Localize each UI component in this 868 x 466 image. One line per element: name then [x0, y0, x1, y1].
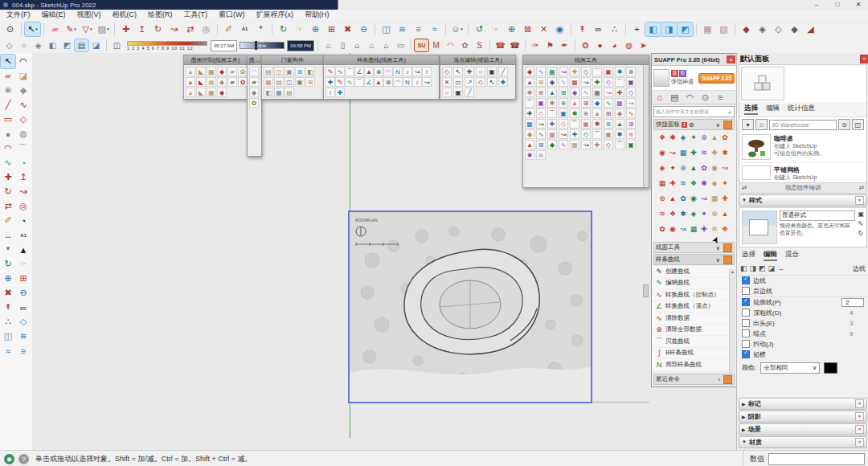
pie-icon[interactable]: ◔: [16, 156, 31, 170]
sandbox-from-contours-icon[interactable]: ◆: [739, 22, 754, 36]
view-options-icon[interactable]: ▾: [742, 119, 754, 130]
command-item-4[interactable]: ∿清除数据: [652, 313, 730, 325]
list-tab-icon[interactable]: ≡: [713, 91, 728, 104]
panel-pop-icon[interactable]: [723, 243, 732, 252]
plane-icon[interactable]: ◆: [16, 84, 31, 97]
line-face-tool-icon-3[interactable]: ↝: [559, 67, 568, 76]
follow-me-icon[interactable]: ↝: [16, 185, 31, 198]
surface-tool-icon-6[interactable]: ▲: [186, 77, 195, 87]
zoom-previous-icon[interactable]: ⊖: [356, 22, 371, 36]
surface-tool-icon-1[interactable]: ◣: [196, 67, 206, 76]
suapp-search-input[interactable]: 输入插件中英文名称搜索 ↵: [653, 106, 735, 117]
line-face-tool-icon-49[interactable]: ∿: [626, 108, 636, 118]
line-face-tool-icon-55[interactable]: ▣: [581, 119, 591, 129]
rotate-icon[interactable]: ↻: [150, 22, 166, 36]
minimize-button[interactable]: –: [808, 0, 825, 10]
door-window-tool-icon-12[interactable]: ▤: [285, 88, 294, 97]
plugin-red3-icon[interactable]: ✒: [558, 39, 571, 51]
edge-color-swatch[interactable]: [824, 362, 837, 374]
shadow-time-end[interactable]: 06:58 PM: [287, 40, 314, 51]
expand-triangle-icon[interactable]: ▶: [742, 414, 746, 419]
line-face-tool-icon-22[interactable]: ▲: [547, 88, 557, 97]
plugin-phone2-icon[interactable]: ☎: [508, 39, 522, 51]
line-face-tool-icon-50[interactable]: ▦: [525, 119, 534, 129]
watermark-settings-icon[interactable]: ◪: [768, 264, 776, 272]
menu-tools[interactable]: 工具(T): [184, 10, 208, 20]
suapp-plugin-icon-0[interactable]: ❖: [657, 133, 667, 142]
footer-left-icon[interactable]: ⇄: [742, 184, 747, 191]
line-face-tool-icon-11[interactable]: ⊞: [536, 77, 546, 87]
line-face-tool-icon-73[interactable]: ∿: [559, 140, 568, 149]
line-face-tool-icon-53[interactable]: ◇: [559, 119, 568, 129]
refresh-style-icon[interactable]: ↻: [858, 230, 864, 237]
select-icon[interactable]: ↖: [1, 55, 15, 68]
maximize-button[interactable]: □: [829, 0, 846, 10]
palette-title[interactable]: 曲面控制(线面工具): [184, 55, 247, 65]
face-settings-icon[interactable]: ◨: [750, 264, 757, 272]
palette-title[interactable]: 门窗构件: [262, 55, 323, 65]
look-around-icon[interactable]: ◉: [552, 22, 567, 36]
suapp-close-button[interactable]: ×: [727, 55, 735, 63]
spline-tool-icon-13[interactable]: ∿: [345, 77, 354, 87]
suapp-plugin-icon-44[interactable]: ↝: [678, 224, 688, 234]
command-list-scrollbar[interactable]: ▲ ▼: [729, 269, 735, 378]
vertex-tool-icon-10[interactable]: ↖: [487, 77, 497, 87]
line-face-tool-icon-77[interactable]: ◇: [604, 140, 613, 149]
style-hidden-line-icon[interactable]: ◈: [31, 39, 45, 51]
time-slider-thumb[interactable]: [255, 41, 257, 50]
surface-tool-icon-12[interactable]: ▲: [186, 88, 195, 97]
suapp-plugin-icon-22[interactable]: ✚: [668, 178, 678, 188]
suapp-plugin-icon-29[interactable]: ▲: [668, 194, 678, 203]
stamp-icon[interactable]: ▦: [700, 22, 715, 36]
plugin-flower-icon[interactable]: ✿: [458, 39, 472, 51]
palette-title[interactable]: 顶点编辑(辅助工具): [440, 55, 515, 65]
section-display-icon[interactable]: ≋: [395, 22, 410, 36]
line-face-tool-icon-37[interactable]: ∿: [604, 98, 613, 108]
line-face-tool-icon-71[interactable]: ⊞: [536, 140, 546, 149]
spline-tool-icon-12[interactable]: ✎: [335, 77, 345, 87]
spline-tool-icon-6[interactable]: ◠: [383, 67, 393, 76]
line-face-tool-icon-7[interactable]: ▣: [604, 67, 613, 76]
suapp-plugin-icon-4[interactable]: ⊛: [699, 133, 709, 142]
line-face-tool-icon-75[interactable]: ↝: [581, 140, 591, 149]
spline-tool-icon-11[interactable]: ✚: [326, 77, 335, 87]
footer-right-icon[interactable]: ⇄: [859, 184, 864, 191]
zoom-extents-icon[interactable]: ✖: [1, 286, 15, 300]
suapp-plugin-icon-48[interactable]: ❖: [720, 224, 730, 234]
line-face-tool-icon-6[interactable]: ⌒: [592, 67, 602, 76]
line-face-tool-icon-64[interactable]: ✚: [570, 129, 579, 139]
account-icon[interactable]: ☺▾: [449, 22, 465, 36]
suapp-plugin-icon-14[interactable]: ◈: [657, 163, 667, 173]
surface-tool-icon-8[interactable]: ▦: [207, 77, 216, 87]
geolocation-icon[interactable]: ◉: [4, 454, 14, 464]
suapp-plugin-icon-10[interactable]: ✚: [689, 148, 698, 157]
dimension-icon[interactable]: ↔: [1, 228, 15, 242]
brush-icon[interactable]: ✎: [858, 220, 864, 227]
component-house4-icon[interactable]: ⌂: [379, 39, 393, 51]
door-window-tool-icon-5[interactable]: ▦: [264, 77, 273, 87]
line-face-tool-icon-63[interactable]: ↝: [559, 129, 568, 139]
component-house3-icon[interactable]: ⌂: [365, 39, 379, 51]
spline-tool-icon-15[interactable]: ∠: [364, 77, 374, 87]
zoom-window2-icon[interactable]: ⊠: [520, 22, 535, 36]
line-face-tool-icon-48[interactable]: ◆: [615, 108, 624, 118]
vertex-tool-icon-12[interactable]: ○: [442, 88, 452, 97]
shadow-month-slider[interactable]: 1 2 3 4 5 6 7 8 9 10 11 12: [127, 40, 207, 51]
plugin-red6-icon[interactable]: ◕: [608, 39, 621, 51]
vertex-tool-icon-14[interactable]: ╱: [465, 88, 474, 97]
suapp-plugin-icon-7[interactable]: ◉: [657, 148, 667, 157]
selected-image-plan[interactable]: ROOFPLAN: [350, 212, 591, 402]
suapp-plugin-icon-2[interactable]: ◈: [678, 133, 688, 142]
vertex-tool-icon-11[interactable]: ✚: [498, 77, 508, 87]
door-window-tool-icon-4[interactable]: ◧: [305, 67, 315, 76]
suapp-plugin-icon-20[interactable]: ↝: [720, 163, 730, 173]
suapp-plugin-icon-33[interactable]: ▦: [710, 194, 719, 203]
line-face-tool-icon-23[interactable]: ⊞: [559, 88, 568, 97]
line-face-tool-icon-4[interactable]: ✚: [570, 67, 579, 76]
smoove-icon[interactable]: ◇: [771, 22, 786, 36]
tags-section-header[interactable]: ▶标记×: [739, 398, 867, 410]
position-camera-icon[interactable]: ↟: [1, 300, 15, 314]
circle-icon[interactable]: ●: [1, 127, 15, 141]
scenes-close-icon[interactable]: ×: [855, 425, 864, 434]
suapp-plugin-icon-30[interactable]: ✿: [678, 194, 688, 203]
